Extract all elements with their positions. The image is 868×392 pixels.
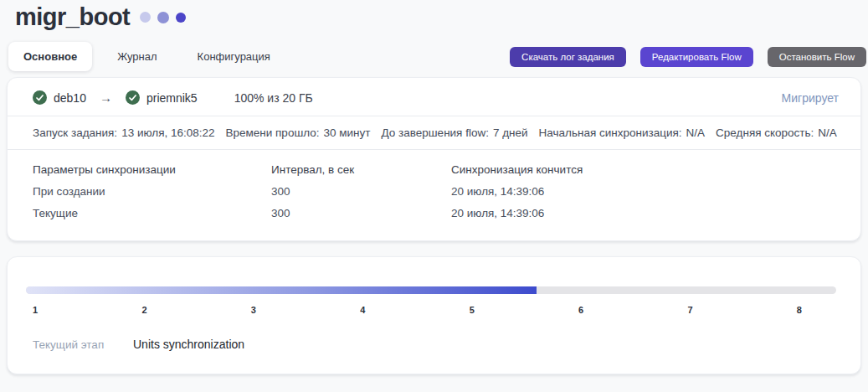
check-circle-icon: [126, 90, 140, 105]
stat-label: Начальная синхронизация:: [539, 126, 682, 139]
cell-interval: 300: [271, 185, 451, 198]
stat-value: 13 июля, 16:08:22: [121, 126, 214, 139]
stage-number: 1: [33, 305, 38, 315]
stat-start-time: Запуск задания: 13 июля, 16:08:22: [33, 126, 215, 139]
status-dot-icon: [157, 12, 169, 23]
stat-label: Времени прошло:: [226, 126, 320, 139]
tab-main[interactable]: Основное: [8, 42, 92, 71]
stage-number: 2: [141, 305, 146, 315]
stage-number: 8: [797, 305, 802, 315]
edit-flow-button[interactable]: Редактировать Flow: [640, 47, 753, 67]
stat-initial-sync: Начальная синхронизация: N/A: [539, 126, 706, 139]
stop-flow-button[interactable]: Остановить Flow: [768, 47, 866, 67]
tab-configuration[interactable]: Конфигурация: [182, 42, 285, 71]
target-name: priemnik5: [146, 91, 198, 105]
download-log-button[interactable]: Скачать лог задания: [510, 47, 626, 67]
page-title: migr_boot: [15, 3, 130, 31]
column-header-sync-end: Синхронизация кончится: [451, 163, 835, 176]
stat-value: N/A: [686, 126, 706, 139]
status-dot-icon: [140, 12, 151, 23]
current-stage-row: Текущий этап Units synchronization: [33, 338, 835, 351]
progress-card: 1 2 3 4 5 6 7 8 Текущий этап Units synch…: [7, 256, 861, 374]
source-name: deb10: [54, 91, 86, 105]
status-dots: [140, 12, 186, 23]
page-header: migr_boot: [0, 0, 868, 31]
migration-stats-row: Запуск задания: 13 июля, 16:08:22 Времен…: [8, 116, 860, 149]
stat-value: N/A: [818, 126, 837, 139]
cell-param-name: При создании: [33, 185, 271, 198]
toolbar: Основное Журнал Конфигурация Скачать лог…: [0, 42, 868, 71]
source-endpoint: deb10: [33, 90, 86, 105]
target-endpoint: priemnik5: [126, 90, 198, 105]
table-header-row: Параметры синхронизации Интервал, в сек …: [33, 158, 835, 180]
current-stage-value: Units synchronization: [133, 338, 244, 351]
stage-progress-bar: [26, 286, 836, 294]
stage-number: 6: [578, 305, 583, 315]
migration-card: deb10 → priemnik5 100% из 20 ГБ Мигрируе…: [7, 77, 861, 241]
cell-sync-end: 20 июля, 14:39:06: [451, 185, 835, 198]
progress-track: [26, 286, 836, 294]
migration-status-badge: Мигрирует: [782, 91, 839, 105]
table-row: Текущие 300 20 июля, 14:39:06: [33, 202, 835, 224]
current-stage-label: Текущий этап: [33, 338, 133, 351]
stage-number: 5: [470, 305, 475, 315]
stat-avg-speed: Средняя скорость: N/A: [716, 126, 837, 139]
progress-fill: [26, 286, 537, 294]
cell-interval: 300: [271, 207, 451, 219]
stat-flow-remaining: До завершения flow: 7 дней: [382, 126, 528, 139]
check-circle-icon: [33, 90, 47, 105]
stat-label: Средняя скорость:: [716, 126, 814, 139]
stage-number: 4: [360, 305, 365, 315]
stat-value: 7 дней: [493, 126, 528, 139]
migration-card-header: deb10 → priemnik5 100% из 20 ГБ Мигрируе…: [8, 78, 860, 116]
stat-elapsed: Времени прошло: 30 минут: [226, 126, 371, 139]
stage-numbers: 1 2 3 4 5 6 7 8: [33, 305, 802, 315]
stage-number: 7: [687, 305, 692, 315]
stat-value: 30 минут: [324, 126, 371, 139]
tab-bar: Основное Журнал Конфигурация: [8, 42, 285, 71]
stat-label: До завершения flow:: [382, 126, 489, 139]
table-row: При создании 300 20 июля, 14:39:06: [33, 180, 835, 202]
status-dot-icon: [176, 13, 186, 23]
arrow-right-icon: →: [100, 90, 112, 105]
migration-progress-label: 100% из 20 ГБ: [234, 91, 313, 105]
cell-sync-end: 20 июля, 14:39:06: [451, 207, 835, 219]
column-header-params: Параметры синхронизации: [33, 163, 271, 176]
sync-parameters-table: Параметры синхронизации Интервал, в сек …: [8, 150, 860, 240]
column-header-interval: Интервал, в сек: [271, 163, 451, 176]
cell-param-name: Текущие: [33, 207, 271, 219]
tab-journal[interactable]: Журнал: [102, 42, 172, 71]
stat-label: Запуск задания:: [33, 126, 117, 139]
action-buttons: Скачать лог задания Редактировать Flow О…: [510, 47, 866, 67]
stage-number: 3: [251, 305, 256, 315]
